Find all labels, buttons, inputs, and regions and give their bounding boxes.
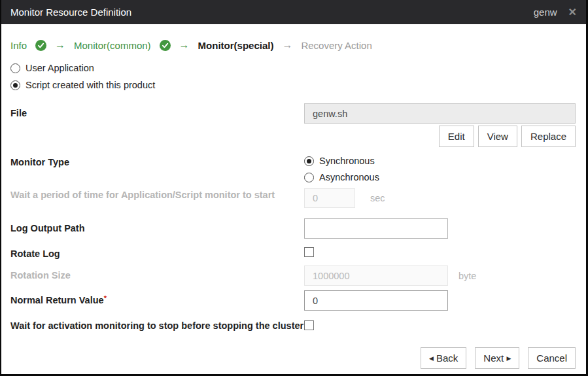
wait-stop-row: Wait for activation monitoring to stop b…: [1, 319, 586, 333]
wizard-step-info: Info: [10, 40, 27, 51]
wizard-arrow-icon: →: [282, 39, 292, 51]
wait-stop-label: Wait for activation monitoring to stop b…: [10, 319, 304, 333]
log-output-path-input[interactable]: [304, 218, 448, 239]
cancel-button[interactable]: Cancel: [528, 347, 576, 369]
radio-user-application-label: User Application: [26, 63, 94, 73]
rotation-size-input: [304, 265, 448, 286]
file-buttons-row: Edit View Replace: [1, 126, 586, 147]
dialog-titlebar: Monitor Resource Definition genw ✕: [1, 0, 586, 24]
rotate-log-checkbox[interactable]: [304, 247, 314, 257]
wait-stop-checkbox[interactable]: [304, 320, 314, 330]
normal-return-value-label: Normal Return Value*: [10, 294, 304, 307]
radio-synchronous-label: Synchronous: [319, 156, 375, 166]
script-type-group: User Application Script created with thi…: [10, 60, 586, 94]
radio-user-application[interactable]: User Application: [10, 60, 586, 77]
back-button-label: Back: [436, 352, 458, 364]
next-button-label: Next: [483, 352, 504, 364]
log-output-path-row: Log Output Path: [1, 218, 586, 239]
close-icon[interactable]: ✕: [568, 7, 577, 18]
radio-asynchronous-label: Asynchronous: [319, 172, 379, 182]
rotate-log-label: Rotate Log: [10, 247, 304, 261]
back-button[interactable]: ◀ Back: [421, 347, 466, 369]
replace-button[interactable]: Replace: [521, 126, 576, 147]
resource-name-label: genw: [534, 7, 557, 18]
back-arrow-icon: ◀: [429, 355, 434, 362]
wait-start-input: [304, 188, 355, 208]
footer-button-bar: ◀ Back Next ▶ Cancel: [1, 347, 586, 369]
wizard-step-recovery-action: Recovery Action: [301, 40, 372, 51]
radio-icon[interactable]: [10, 80, 20, 90]
monitor-type-row: Monitor Type Synchronous Asynchronous: [1, 156, 586, 182]
rotation-size-row: Rotation Size byte: [1, 265, 586, 286]
radio-script-created-label: Script created with this product: [26, 80, 155, 90]
radio-script-created[interactable]: Script created with this product: [10, 77, 586, 94]
step-complete-check-icon: [35, 40, 46, 51]
view-button[interactable]: View: [478, 126, 517, 147]
log-output-path-label: Log Output Path: [10, 222, 304, 235]
file-label: File: [10, 107, 304, 120]
rotation-size-unit-label: byte: [458, 266, 476, 286]
radio-icon[interactable]: [304, 173, 314, 182]
next-arrow-icon: ▶: [506, 355, 511, 362]
normal-return-value-input[interactable]: [304, 290, 448, 311]
normal-return-value-text: Normal Return Value: [10, 295, 104, 305]
file-input[interactable]: [304, 103, 576, 124]
monitor-resource-definition-dialog: Monitor Resource Definition genw ✕ Info …: [0, 0, 588, 376]
wait-start-label: Wait a period of time for Application/Sc…: [10, 188, 304, 202]
wizard-arrow-icon: →: [179, 39, 190, 51]
next-button[interactable]: Next ▶: [475, 347, 519, 369]
required-asterisk: *: [104, 294, 107, 302]
dialog-title: Monitor Resource Definition: [10, 7, 131, 18]
wizard-arrow-icon: →: [55, 39, 65, 51]
wait-start-unit-label: sec: [370, 188, 385, 208]
wizard-step-monitor-common: Monitor(common): [74, 40, 151, 51]
wizard-breadcrumb: Info → Monitor(common) → Monitor(special…: [1, 24, 586, 56]
radio-icon[interactable]: [10, 63, 20, 73]
radio-synchronous[interactable]: Synchronous: [304, 156, 576, 166]
radio-icon[interactable]: [304, 156, 314, 166]
file-row: File: [1, 103, 586, 124]
rotation-size-label: Rotation Size: [10, 269, 304, 282]
radio-asynchronous[interactable]: Asynchronous: [304, 172, 576, 182]
normal-return-value-row: Normal Return Value*: [1, 290, 586, 311]
monitor-type-label: Monitor Type: [10, 156, 304, 169]
step-complete-check-icon: [160, 40, 171, 51]
wait-start-row: Wait a period of time for Application/Sc…: [1, 188, 586, 208]
rotate-log-row: Rotate Log: [1, 247, 586, 261]
edit-button[interactable]: Edit: [439, 126, 474, 147]
wizard-step-monitor-special: Monitor(special): [198, 40, 274, 51]
